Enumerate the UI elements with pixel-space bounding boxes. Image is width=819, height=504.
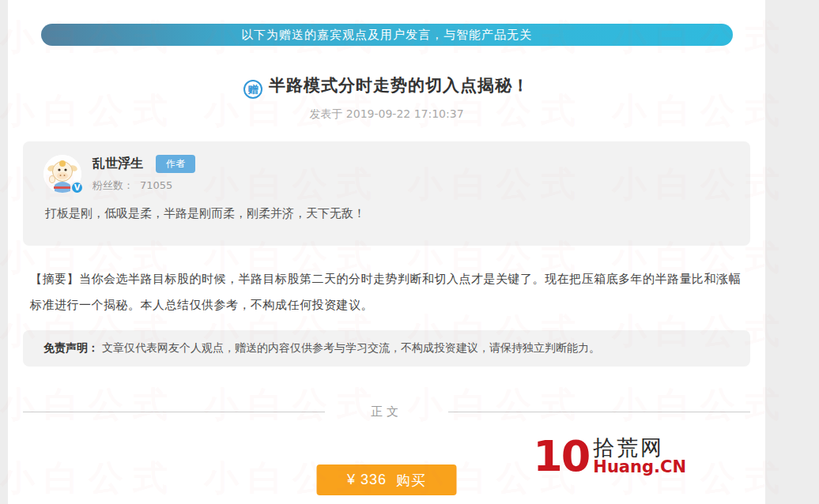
buy-button[interactable]: ¥ 336 购买 bbox=[317, 465, 457, 495]
author-quote: 打板是刚，低吸是柔，半路是刚而柔，刚柔并济，天下无敌！ bbox=[45, 206, 730, 221]
article-page: 以下为赠送的嘉宾观点及用户发言，与智能产品无关 赠半路模式分时走势的切入点揭秘！… bbox=[8, 0, 765, 504]
logo-site-name: 拾荒网 bbox=[593, 437, 686, 458]
author-card: V 乱世浮生 作者 粉丝数：71055 打板是刚，低吸是柔，半路是刚而柔，刚柔并… bbox=[23, 141, 750, 246]
buy-price: ¥ 336 bbox=[347, 472, 387, 488]
article-title-row: 赠半路模式分时走势的切入点揭秘！ bbox=[8, 74, 765, 99]
verified-badge-icon: V bbox=[70, 181, 84, 194]
divider-line-left bbox=[23, 412, 325, 412]
fans-count: 71055 bbox=[140, 179, 172, 191]
author-role-badge: 作者 bbox=[156, 155, 195, 173]
divider-line-right bbox=[448, 412, 750, 412]
fans-label: 粉丝数： bbox=[92, 179, 134, 191]
author-info: 乱世浮生 作者 粉丝数：71055 bbox=[92, 155, 195, 193]
gift-notice-banner: 以下为赠送的嘉宾观点及用户发言，与智能产品无关 bbox=[41, 24, 733, 46]
logo-number: 10 bbox=[533, 435, 589, 478]
site-logo: 10 拾荒网 Huang.CN bbox=[533, 435, 686, 478]
publish-date: 发表于 2019-09-22 17:10:37 bbox=[8, 107, 765, 122]
logo-domain: Huang.CN bbox=[593, 459, 686, 476]
fans-row: 粉丝数：71055 bbox=[92, 179, 195, 193]
author-avatar[interactable]: V bbox=[43, 155, 81, 193]
disclaimer-label: 免责声明： bbox=[43, 341, 99, 354]
logo-text: 拾荒网 Huang.CN bbox=[593, 437, 686, 476]
page-title: 半路模式分时走势的切入点揭秘！ bbox=[269, 76, 530, 95]
article-summary: 【摘要】当你会选半路目标股的时候，半路目标股第二天的分时走势判断和切入点才是关键… bbox=[30, 266, 743, 318]
gift-badge-icon: 赠 bbox=[243, 80, 262, 99]
divider-label: 正文 bbox=[371, 404, 402, 419]
disclaimer-text: 文章仅代表网友个人观点，赠送的内容仅供参考与学习交流，不构成投资建议，请保持独立… bbox=[102, 341, 600, 354]
gift-notice-text: 以下为赠送的嘉宾观点及用户发言，与智能产品无关 bbox=[241, 28, 532, 42]
disclaimer-box: 免责声明：文章仅代表网友个人观点，赠送的内容仅供参考与学习交流，不构成投资建议，… bbox=[23, 330, 750, 367]
author-row: V 乱世浮生 作者 粉丝数：71055 bbox=[43, 155, 730, 193]
content-divider: 正文 bbox=[23, 404, 750, 419]
buy-label: 购买 bbox=[396, 471, 426, 490]
bottom-area: 10 拾荒网 Huang.CN ¥ 336 购买 bbox=[8, 419, 765, 504]
author-name[interactable]: 乱世浮生 bbox=[92, 156, 143, 172]
